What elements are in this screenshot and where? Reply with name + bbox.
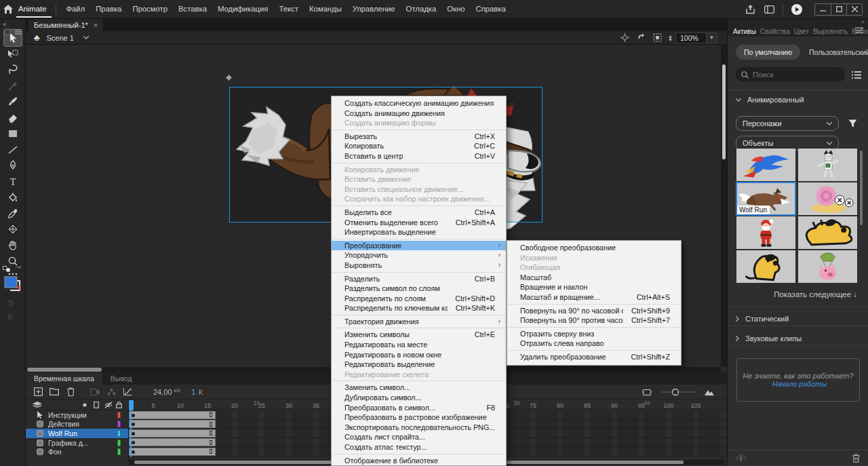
test-movie-button[interactable] (787, 3, 806, 16)
delete-icon[interactable] (62, 387, 79, 396)
menu-item[interactable]: Инвертировать выделение (332, 227, 506, 237)
menu-item[interactable]: КопироватьCtrl+C (332, 141, 506, 151)
frame-rate[interactable]: 24,00 к/с (153, 387, 180, 396)
asset-pig-parachute[interactable] (798, 250, 857, 283)
menu-item[interactable]: Заменить символ... (332, 383, 506, 393)
layer-Фон[interactable]: Фон (26, 447, 128, 457)
layer-color-chip[interactable] (117, 412, 121, 419)
menu-item[interactable]: Создать анимацию движения (332, 109, 506, 119)
camera-icon[interactable] (87, 389, 103, 395)
panel-tab-Цвет[interactable]: Цвет (794, 28, 809, 35)
menu-item[interactable]: Отображение в библиотеке (332, 456, 506, 466)
swap-colors-icon[interactable] (3, 266, 11, 273)
keyframe-span[interactable] (129, 429, 216, 438)
lasso-tool[interactable] (7, 64, 18, 75)
loop-icon[interactable] (639, 388, 655, 395)
menu-item[interactable]: Вращение и наклон (507, 282, 681, 292)
menu-item[interactable]: Разделить символ по слоям (332, 284, 506, 294)
close-tab-icon[interactable]: × (94, 21, 98, 29)
app-title[interactable]: Animate (16, 1, 52, 18)
menu-item[interactable]: Отменить выделение всегоCtrl+Shift+A (332, 218, 506, 228)
menu-Файл[interactable]: Файл (60, 0, 90, 18)
canvas-vertical-scrollbar[interactable] (721, 45, 727, 367)
section-animated[interactable]: Анимированный (728, 90, 868, 109)
section-sound-clips[interactable]: Звуковые клипы (728, 329, 802, 347)
menu-item[interactable]: Удалить преобразованиеCtrl+Shift+Z (507, 352, 681, 362)
expand-panel-icon[interactable]: » (862, 19, 864, 25)
panel-tab-Выровнять[interactable]: Выровнять (813, 28, 848, 35)
show-next-link[interactable]: Показать следующее ↓ (774, 290, 857, 298)
close-button[interactable] (846, 4, 862, 15)
eyedropper-tool[interactable] (7, 208, 18, 219)
minimize-button[interactable] (815, 4, 831, 15)
menu-item[interactable]: Распределить по ключевым кадрамCtrl+Shif… (332, 303, 506, 313)
asset-snail[interactable] (798, 182, 857, 215)
collapse-panel-icon[interactable]: « (0, 19, 25, 29)
panel-menu-icon[interactable] (855, 27, 863, 33)
menu-item[interactable]: Преобразовать в растровое изображение (332, 412, 506, 423)
panel-tab-Свойства[interactable]: Свойства (760, 28, 790, 35)
menu-Команды[interactable]: Команды (304, 0, 347, 18)
zoom-stepper[interactable]: ▲▼ (668, 35, 673, 41)
layer-Wolf Run[interactable]: Wolf Run (26, 429, 128, 438)
menu-item[interactable]: Создать лист спрайта... (332, 432, 506, 442)
hand-tool[interactable] (7, 240, 18, 251)
upload-asset-icon[interactable] (736, 454, 746, 463)
menu-item[interactable]: Изменить символыCtrl+E (332, 330, 506, 340)
insert-frame-icon[interactable] (30, 387, 46, 396)
keyframe-span[interactable] (129, 411, 216, 419)
layer-color-chip[interactable] (117, 440, 121, 446)
layer-color-chip[interactable] (117, 421, 121, 427)
rotation-icon[interactable] (633, 33, 649, 42)
outline-all-icon[interactable] (94, 402, 99, 408)
menu-Текст[interactable]: Текст (273, 0, 303, 18)
asset-parrot[interactable] (736, 149, 795, 181)
asset-mummy[interactable] (798, 149, 857, 181)
menu-item[interactable]: Дублировать символ... (332, 393, 506, 403)
menu-item[interactable]: Преобразование› (332, 241, 506, 251)
menu-item[interactable]: Выделить всеCtrl+A (332, 208, 506, 218)
timeline-zoom-fit-icon[interactable] (701, 389, 717, 395)
menu-Отладка[interactable]: Отладка (401, 0, 442, 18)
menu-item[interactable]: Экспортировать последовательность PNG... (332, 423, 506, 433)
menu-item[interactable]: Выровнять› (332, 260, 506, 271)
menu-item[interactable]: Масштаб и вращение...Ctrl+Alt+S (507, 292, 681, 303)
clip-content-icon[interactable] (649, 33, 665, 42)
menu-item[interactable]: Редактировать на месте (332, 340, 506, 350)
keyframe-span[interactable] (129, 438, 216, 446)
search-input[interactable]: Поиск (736, 67, 845, 82)
layer-color-chip[interactable] (117, 448, 121, 455)
menu-item[interactable]: Редактировать выделение (332, 360, 506, 370)
new-folder-icon[interactable] (46, 388, 62, 395)
menu-Модификация[interactable]: Модификация (212, 0, 273, 18)
delete-asset-icon[interactable] (852, 454, 860, 463)
panel-scrollbar[interactable] (860, 151, 863, 225)
menu-item[interactable]: Упорядочить› (332, 250, 506, 260)
show-all-icon[interactable] (83, 403, 87, 407)
layer-color-chip[interactable] (117, 430, 121, 437)
paint-bucket-tool[interactable] (7, 192, 18, 203)
edit-toolbar-icon[interactable] (4, 28, 11, 35)
graph-editor-icon[interactable] (119, 388, 136, 395)
asset-warp-tool[interactable] (7, 224, 18, 235)
magnet-icon[interactable]: b (8, 312, 13, 322)
line-tool[interactable] (7, 144, 18, 155)
menu-item[interactable]: Повернуть на 90° по часовой стрелкеCtrl+… (507, 306, 681, 316)
fill-color-swatch[interactable] (3, 275, 22, 293)
menu-Управление[interactable]: Управление (347, 0, 401, 18)
menu-item[interactable]: Вставить в центрCtrl+V (332, 151, 506, 161)
keyframe-span[interactable] (129, 448, 216, 456)
section-static[interactable]: Статический (728, 309, 789, 328)
menu-item[interactable]: Редактировать в новом окне (332, 350, 506, 360)
menu-item[interactable]: Свободное преобразование (507, 243, 681, 253)
zoom-level-select[interactable]: 100% (675, 33, 707, 43)
zoom-chevron-icon[interactable]: ▼ (707, 33, 717, 43)
panel-tab-Активы[interactable]: Активы (733, 28, 756, 35)
layer-parenting-icon[interactable] (103, 388, 119, 395)
keyframe-span[interactable] (129, 420, 216, 428)
menu-item[interactable]: Отразить сверху вниз (507, 329, 681, 339)
filter-icon[interactable] (848, 119, 857, 128)
reset-colors-icon[interactable] (15, 266, 22, 272)
menu-item[interactable]: Создать атлас текстур... (332, 442, 506, 452)
get-started-link[interactable]: Начало работы (772, 380, 827, 388)
